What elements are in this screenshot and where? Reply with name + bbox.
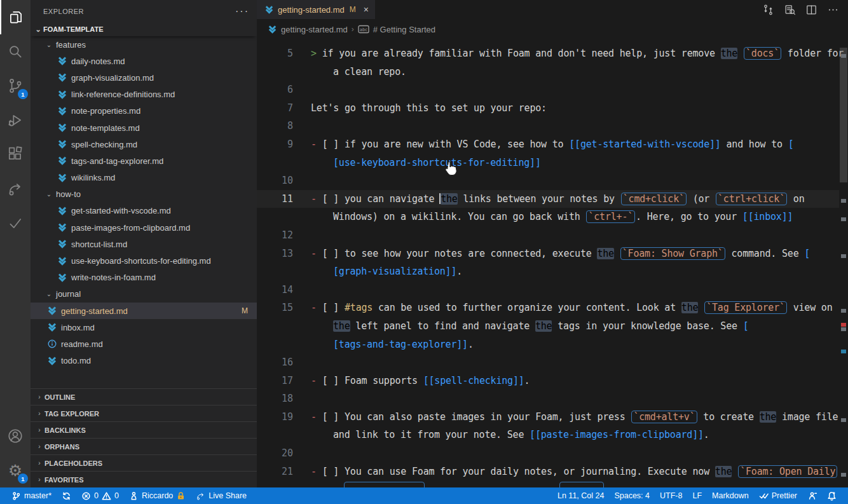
code-wrap-row: a clean repo. <box>257 63 839 81</box>
code-wrap-row: Windows) on a wikilink. You can go back … <box>257 208 839 226</box>
panel-label: OUTLINE <box>44 393 75 401</box>
wikilink[interactable]: [ <box>804 248 810 259</box>
more-actions-icon[interactable]: ··· <box>235 6 249 17</box>
breadcrumb-file[interactable]: getting-started.md <box>281 25 348 34</box>
tree-item-use-keyboard-shortcuts-for-editing-md[interactable]: use-keyboard-shortcuts-for-editing.md <box>31 252 257 269</box>
tree-item-tags-and-tag-explorer-md[interactable]: tags-and-tag-explorer.md <box>31 153 257 169</box>
wikilink[interactable]: [[get-started-with-vscode]] <box>569 139 720 150</box>
tree-item-features[interactable]: ⌄features <box>31 36 257 53</box>
code-text: on <box>788 193 805 205</box>
overview-mark-gray <box>841 327 846 331</box>
extensions-icon <box>7 146 24 163</box>
statusbar-item-sync[interactable] <box>57 487 76 504</box>
breadcrumb-symbol[interactable]: # Getting Started <box>373 25 435 34</box>
activity-item-run-debug[interactable] <box>0 103 31 137</box>
statusbar-item-cursor-position[interactable]: Ln 11, Col 24 <box>552 487 609 504</box>
panel-placeholders[interactable]: ›PLACEHOLDERS <box>31 454 257 471</box>
tree-item-wikilinks-md[interactable]: wikilinks.md <box>31 170 257 186</box>
code-text <box>614 248 620 259</box>
tree-item-link-reference-definitions-md[interactable]: link-reference-definitions.md <box>31 86 257 103</box>
open-preview-icon[interactable] <box>782 2 797 17</box>
wikilink[interactable]: [[paste-images-from-clipboard]] <box>530 429 704 440</box>
activity-item-settings[interactable]: ⚙1 <box>0 453 31 487</box>
overview-mark-gray <box>841 473 846 477</box>
tree-item-get-started-with-vscode-md[interactable]: get-started-with-vscode.md <box>31 203 257 219</box>
tab-getting-started[interactable]: getting-started.md M × <box>257 0 375 19</box>
bell-icon <box>827 491 837 501</box>
tree-item-how-to[interactable]: ⌄how-to <box>31 186 257 203</box>
statusbar-item-indentation[interactable]: Spaces: 4 <box>609 487 655 504</box>
tree-item-note-properties-md[interactable]: note-properties.md <box>31 103 257 119</box>
error-icon <box>81 491 91 501</box>
code-text: view on <box>788 302 833 313</box>
panel-orphans[interactable]: ›ORPHANS <box>31 438 257 454</box>
tree-item-shortcut-list-md[interactable]: shortcut-list.md <box>31 236 257 252</box>
statusbar-item-language-mode[interactable]: Markdown <box>707 487 754 504</box>
activity-item-explorer[interactable] <box>0 0 31 34</box>
split-editor-icon[interactable] <box>804 2 819 17</box>
tree-item-todo-md[interactable]: todo.md <box>31 353 257 369</box>
wikilink[interactable]: [use-keyboard-shortcuts-for-editing]] <box>333 157 541 168</box>
statusbar-item-notifications[interactable] <box>822 487 842 504</box>
wikilink[interactable]: [[inbox]] <box>742 211 793 222</box>
activity-item-source-control[interactable]: 1 <box>0 69 31 103</box>
foam-file-icon <box>57 173 67 183</box>
statusbar-item-eol[interactable]: LF <box>687 487 707 504</box>
more-actions-icon[interactable] <box>825 2 840 17</box>
statusbar-item-problems[interactable]: 00 <box>76 487 124 504</box>
workspace-root-row[interactable]: ⌄ FOAM-TEMPLATE <box>31 22 257 36</box>
editor-pane[interactable]: 5> if you are already familiar with Foam… <box>257 39 848 487</box>
wikilink[interactable]: [[spell-checking]] <box>423 375 524 386</box>
panel-favorites[interactable]: ›FAVORITES <box>31 471 257 487</box>
editor-scrollbar[interactable] <box>839 39 848 487</box>
statusbar-item-feedback[interactable] <box>802 487 822 504</box>
close-icon[interactable]: × <box>364 4 369 15</box>
panel-backlinks[interactable]: ›BACKLINKS <box>31 421 257 438</box>
foam-file-icon <box>47 306 57 316</box>
activity-item-account[interactable] <box>0 419 31 453</box>
tree-item-daily-notes-md[interactable]: daily-notes.md <box>31 53 257 69</box>
tree-item-inbox-md[interactable]: inbox.md <box>31 319 257 336</box>
inline-code: `Foam: Show Graph` <box>620 247 725 260</box>
tree-item-journal[interactable]: ⌄journal <box>31 286 257 303</box>
open-changes-icon[interactable] <box>760 2 776 17</box>
activity-item-extensions[interactable] <box>0 137 31 172</box>
code-row: 15- [ ] #tags can be used to further org… <box>257 299 839 317</box>
statusbar-item-encoding[interactable]: UTF-8 <box>655 487 687 504</box>
scrollbar-slider[interactable] <box>840 48 847 182</box>
panel-outline[interactable]: ›OUTLINE <box>31 388 257 405</box>
wikilink[interactable]: [ <box>788 139 794 150</box>
tree-item-getting-started-md[interactable]: getting-started.mdM <box>31 303 257 319</box>
wikilink[interactable]: [graph-visualization]] <box>333 266 456 277</box>
line-number: 21 <box>257 463 293 481</box>
tree-item-spell-checking-md[interactable]: spell-checking.md <box>31 136 257 153</box>
foam-file-icon <box>57 156 67 166</box>
wikilink[interactable]: [ <box>743 320 749 332</box>
wikilink[interactable]: [tags-and-tag-explorer]] <box>333 339 468 350</box>
foam-file-icon <box>57 106 67 116</box>
panel-tag-explorer[interactable]: ›TAG EXPLORER <box>31 405 257 421</box>
statusbar-label: Markdown <box>712 491 749 500</box>
prettier-icon <box>759 491 769 501</box>
tree-item-graph-visualization-md[interactable]: graph-visualization.md <box>31 69 257 86</box>
activity-item-search[interactable] <box>0 34 31 69</box>
statusbar-item-live-share[interactable]: Live Share <box>191 487 252 504</box>
statusbar-item-prettier[interactable]: Prettier <box>754 487 802 504</box>
foam-file-icon <box>57 256 67 266</box>
tree-item-note-templates-md[interactable]: note-templates.md <box>31 119 257 136</box>
statusbar-item-liveshare-user[interactable]: Riccardo <box>124 487 191 504</box>
code-wrap-row: [use-keyboard-shortcuts-for-editing]] <box>257 154 839 172</box>
code-text: Let's go through this to set up your rep… <box>311 102 547 114</box>
activity-item-checks[interactable] <box>0 206 31 240</box>
tree-item-write-notes-in-foam-md[interactable]: write-notes-in-foam.md <box>31 269 257 286</box>
tree-item-readme-md[interactable]: readme.md <box>31 336 257 352</box>
code-row: 8 <box>257 117 839 135</box>
activity-item-live-share[interactable] <box>0 172 31 206</box>
tree-item-paste-images-from-clipboard-md[interactable]: paste-images-from-clipboard.md <box>31 219 257 236</box>
debug-icon <box>7 112 24 128</box>
statusbar-item-branch[interactable]: master* <box>6 487 57 504</box>
code-row: 21- [ ] You can use Foam for your daily … <box>257 463 839 481</box>
line-number: 14 <box>257 281 293 299</box>
status-right: Ln 11, Col 24Spaces: 4UTF-8LFMarkdownPre… <box>552 487 842 504</box>
line-number: 8 <box>257 117 293 135</box>
